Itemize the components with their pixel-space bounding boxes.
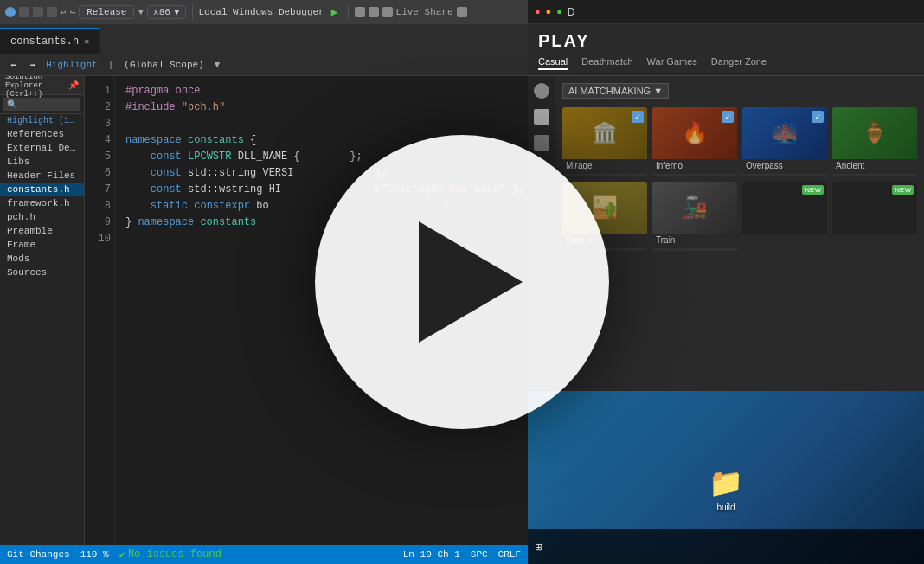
map-label-train: Train [652,234,737,247]
toolbar-icon-1 [19,7,29,17]
editor-sep: | [108,60,114,70]
code-line-3 [125,116,528,132]
back-button[interactable]: ⬅ [7,59,20,72]
map-sub-inferno [652,172,737,174]
nav-danger-zone[interactable]: Danger Zone [711,56,767,70]
csgo-title: D [568,6,575,18]
map-img-ancient: 🏺 [862,121,888,146]
redo-icon[interactable]: ↪ [70,7,76,18]
map-card-slot3[interactable]: NEW [742,182,827,251]
sep-1 [192,5,193,19]
map-bg-train: 🚂 [652,182,737,234]
tab-constants-h[interactable]: constants.h ✕ [0,28,100,54]
map-card-ancient[interactable]: 🏺 Ancient [832,107,917,176]
tab-label: constants.h [10,35,79,48]
sidebar-item-preamble[interactable]: Preamble [0,224,84,238]
play-icon[interactable] [534,109,549,125]
sidebar-item-libs[interactable]: Libs [0,155,84,169]
map-check-overpass: ✓ [812,111,824,123]
map-card-overpass[interactable]: 🌉 ✓ Overpass [742,107,827,176]
solution-explorer: Solution Explorer (Ctrl+;) 📌 Highlight (… [0,76,85,564]
pin-icon[interactable]: 📌 [68,80,79,91]
liveshare-icon [457,7,467,17]
statusbar-right: Ln 10 Ch 1 SPC CRLF [403,549,521,560]
csgo-window-close[interactable]: ● [535,7,541,17]
sidebar-item-external-deps[interactable]: External Dependencies [0,141,84,155]
scope-label: (Global Scope) [124,60,203,70]
nav-casual[interactable]: Casual [538,56,568,70]
desktop-folder[interactable]: 📁 build [709,466,743,512]
csgo-play-header: PLAY [528,24,924,56]
csgo-window-min[interactable]: ● [546,7,552,17]
nav-deathmatch[interactable]: Deathmatch [581,56,632,70]
plugin-icon[interactable] [382,7,393,17]
code-line-1: #pragma once [125,83,528,99]
line-numbers: 12345 678910 [85,76,115,564]
map-img-inferno: 🔥 [682,121,708,146]
csgo-nav: Casual Deathmatch War Games Danger Zone [528,56,924,76]
map-img-train: 🚂 [682,195,708,221]
git-status[interactable]: Git Changes [7,549,70,560]
play-button[interactable] [315,135,609,429]
sidebar-item-references[interactable]: References [0,127,84,141]
statusbar: Git Changes 110 % ✔ No issues found Ln 1… [0,545,528,564]
map-sub-train [652,247,737,248]
map-check-mirage: ✓ [632,111,644,123]
sidebar-item-sources[interactable]: Sources [0,266,84,279]
sidebar-item-header-files[interactable]: Header Files [0,169,84,183]
nav-war-games[interactable]: War Games [647,56,697,70]
issues-status: ✔ No issues found [119,548,221,561]
map-grid: 🏛️ ✓ Mirage 🔥 ✓ Inferno [562,107,917,176]
git-icon[interactable] [369,7,379,17]
sidebar-item-frame[interactable]: Frame [0,238,84,252]
map-sub-ancient [832,172,917,174]
arch-dropdown[interactable]: x86 ▼ [147,5,185,19]
toolbar-icon-3 [47,7,57,17]
sidebar-item-framework-h[interactable]: framework.h [0,196,84,210]
undo-icon[interactable]: ↩ [61,7,67,18]
sidebar-titlebar: Solution Explorer (Ctrl+;) 📌 [0,76,84,95]
sidebar-item-highlight[interactable]: Highlight (1 of 1 project) [0,114,84,127]
csgo-titlebar: ● ● ● D [528,0,924,24]
map-label-ancient: Ancient [832,159,917,172]
sidebar-search-bar [0,95,84,114]
forward-button[interactable]: ➡ [27,59,40,72]
tab-bar: constants.h ✕ [0,24,528,54]
check-icon: ✔ [119,548,125,561]
search-files-icon[interactable] [355,7,365,17]
config-arrow: ▼ [138,7,144,17]
play-triangle-icon [419,221,523,343]
map-label-overpass: Overpass [742,159,827,172]
start-debug-button[interactable]: ▶ [328,5,342,19]
sidebar-item-mods[interactable]: Mods [0,252,84,266]
map-label-inferno: Inferno [652,159,737,172]
desktop-taskbar: ⊞ [528,529,924,564]
cursor-position: Ln 10 Ch 1 [403,549,460,560]
scope-arrow[interactable]: ▼ [215,60,221,70]
encoding: SPC [471,549,488,560]
screenshot: ↩ ↪ Release ▼ x86 ▼ Local Windows Debugg… [0,0,924,564]
liveshare-label[interactable]: Live Share [396,7,453,17]
map-card-inferno[interactable]: 🔥 ✓ Inferno [652,107,737,176]
sep-2 [348,5,349,19]
config-dropdown[interactable]: Release [79,5,134,19]
profile-icon[interactable] [534,83,549,99]
map-card-slot4[interactable]: NEW [832,182,917,251]
start-button[interactable]: ⊞ [535,542,542,553]
play-overlay [315,135,609,429]
highlight-button[interactable]: Highlight [46,60,97,70]
code-line-2: #include "pch.h" [125,99,528,116]
csgo-window-max[interactable]: ● [556,7,562,17]
search-input[interactable] [3,98,80,111]
line-ending: CRLF [498,549,521,560]
tab-close-button[interactable]: ✕ [84,36,89,47]
sidebar-item-constants-h[interactable]: constants.h [0,183,84,196]
map-card-train[interactable]: 🚂 Train [652,182,737,251]
sidebar-item-pch-h[interactable]: pch.h [0,210,84,224]
map-new-badge-slot4: NEW [892,185,914,195]
map-bg-ancient: 🏺 [832,107,917,159]
map-sub-overpass [742,172,827,174]
editor-toolbar: ⬅ ➡ Highlight | (Global Scope) ▼ [0,54,528,76]
matchmaking-dropdown[interactable]: AI MATCHMAKING ▼ [562,83,669,99]
vs-menu-icon [5,7,16,17]
